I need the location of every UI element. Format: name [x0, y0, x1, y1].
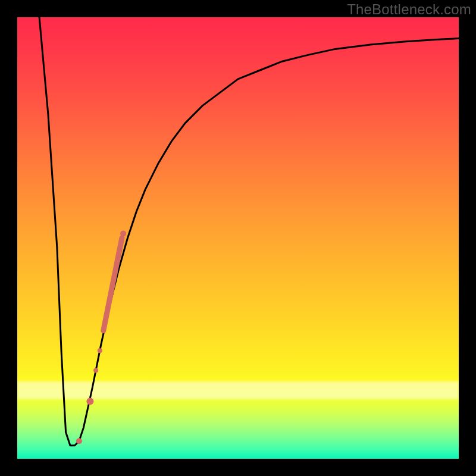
watermark-text: TheBottleneck.com: [347, 1, 471, 18]
bottleneck-curve: [39, 17, 459, 446]
data-marker: [98, 348, 102, 353]
curve-layer: [39, 17, 459, 446]
data-marker: [76, 438, 82, 444]
data-marker: [86, 398, 93, 405]
chart-svg: [17, 17, 459, 459]
data-marker-segment: [104, 238, 122, 331]
marker-layer: [76, 231, 126, 444]
chart-frame: TheBottleneck.com: [0, 0, 476, 476]
data-marker: [120, 231, 126, 237]
plot-area: [17, 17, 459, 459]
data-marker: [93, 368, 98, 373]
